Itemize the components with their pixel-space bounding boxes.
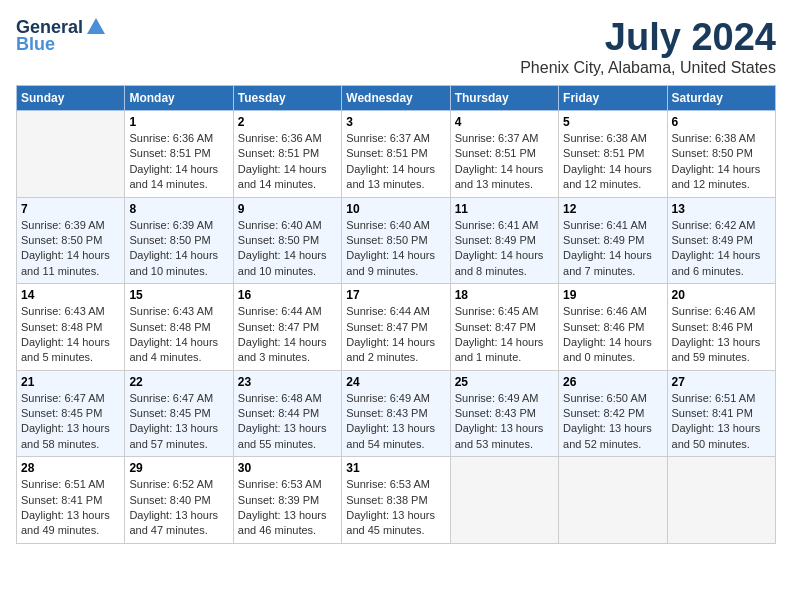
day-number: 8 (129, 202, 228, 216)
day-info: Sunrise: 6:51 AMSunset: 8:41 PMDaylight:… (672, 392, 761, 450)
calendar-cell: 12 Sunrise: 6:41 AMSunset: 8:49 PMDaylig… (559, 197, 667, 284)
svg-marker-0 (87, 18, 105, 34)
day-info: Sunrise: 6:49 AMSunset: 8:43 PMDaylight:… (346, 392, 435, 450)
day-info: Sunrise: 6:53 AMSunset: 8:39 PMDaylight:… (238, 478, 327, 536)
calendar-cell (559, 457, 667, 544)
calendar-cell: 20 Sunrise: 6:46 AMSunset: 8:46 PMDaylig… (667, 284, 775, 371)
day-info: Sunrise: 6:40 AMSunset: 8:50 PMDaylight:… (346, 219, 435, 277)
day-number: 27 (672, 375, 771, 389)
calendar-cell: 2 Sunrise: 6:36 AMSunset: 8:51 PMDayligh… (233, 111, 341, 198)
day-number: 15 (129, 288, 228, 302)
title-block: July 2024 Phenix City, Alabama, United S… (520, 16, 776, 77)
day-info: Sunrise: 6:37 AMSunset: 8:51 PMDaylight:… (455, 132, 544, 190)
calendar-week-row: 1 Sunrise: 6:36 AMSunset: 8:51 PMDayligh… (17, 111, 776, 198)
logo: General Blue (16, 16, 107, 55)
day-number: 4 (455, 115, 554, 129)
calendar-table: SundayMondayTuesdayWednesdayThursdayFrid… (16, 85, 776, 544)
day-info: Sunrise: 6:39 AMSunset: 8:50 PMDaylight:… (21, 219, 110, 277)
calendar-cell: 7 Sunrise: 6:39 AMSunset: 8:50 PMDayligh… (17, 197, 125, 284)
calendar-cell (667, 457, 775, 544)
day-number: 16 (238, 288, 337, 302)
day-number: 21 (21, 375, 120, 389)
calendar-week-row: 21 Sunrise: 6:47 AMSunset: 8:45 PMDaylig… (17, 370, 776, 457)
calendar-cell: 4 Sunrise: 6:37 AMSunset: 8:51 PMDayligh… (450, 111, 558, 198)
day-info: Sunrise: 6:36 AMSunset: 8:51 PMDaylight:… (129, 132, 218, 190)
day-info: Sunrise: 6:52 AMSunset: 8:40 PMDaylight:… (129, 478, 218, 536)
day-info: Sunrise: 6:36 AMSunset: 8:51 PMDaylight:… (238, 132, 327, 190)
day-info: Sunrise: 6:37 AMSunset: 8:51 PMDaylight:… (346, 132, 435, 190)
day-number: 1 (129, 115, 228, 129)
day-info: Sunrise: 6:44 AMSunset: 8:47 PMDaylight:… (238, 305, 327, 363)
calendar-cell: 26 Sunrise: 6:50 AMSunset: 8:42 PMDaylig… (559, 370, 667, 457)
logo-icon (85, 16, 107, 38)
calendar-cell: 19 Sunrise: 6:46 AMSunset: 8:46 PMDaylig… (559, 284, 667, 371)
day-number: 26 (563, 375, 662, 389)
month-title: July 2024 (520, 16, 776, 59)
calendar-cell: 9 Sunrise: 6:40 AMSunset: 8:50 PMDayligh… (233, 197, 341, 284)
day-number: 30 (238, 461, 337, 475)
calendar-cell: 22 Sunrise: 6:47 AMSunset: 8:45 PMDaylig… (125, 370, 233, 457)
day-number: 2 (238, 115, 337, 129)
day-number: 10 (346, 202, 445, 216)
location-title: Phenix City, Alabama, United States (520, 59, 776, 77)
day-number: 25 (455, 375, 554, 389)
day-info: Sunrise: 6:44 AMSunset: 8:47 PMDaylight:… (346, 305, 435, 363)
day-number: 28 (21, 461, 120, 475)
day-number: 19 (563, 288, 662, 302)
calendar-week-row: 28 Sunrise: 6:51 AMSunset: 8:41 PMDaylig… (17, 457, 776, 544)
calendar-cell: 24 Sunrise: 6:49 AMSunset: 8:43 PMDaylig… (342, 370, 450, 457)
weekday-header: Friday (559, 86, 667, 111)
day-number: 6 (672, 115, 771, 129)
day-info: Sunrise: 6:41 AMSunset: 8:49 PMDaylight:… (455, 219, 544, 277)
calendar-cell: 8 Sunrise: 6:39 AMSunset: 8:50 PMDayligh… (125, 197, 233, 284)
calendar-cell (17, 111, 125, 198)
day-info: Sunrise: 6:47 AMSunset: 8:45 PMDaylight:… (129, 392, 218, 450)
day-number: 12 (563, 202, 662, 216)
day-number: 11 (455, 202, 554, 216)
day-number: 13 (672, 202, 771, 216)
calendar-cell: 16 Sunrise: 6:44 AMSunset: 8:47 PMDaylig… (233, 284, 341, 371)
calendar-cell: 15 Sunrise: 6:43 AMSunset: 8:48 PMDaylig… (125, 284, 233, 371)
day-info: Sunrise: 6:53 AMSunset: 8:38 PMDaylight:… (346, 478, 435, 536)
day-info: Sunrise: 6:38 AMSunset: 8:50 PMDaylight:… (672, 132, 761, 190)
weekday-header: Tuesday (233, 86, 341, 111)
day-number: 9 (238, 202, 337, 216)
day-info: Sunrise: 6:45 AMSunset: 8:47 PMDaylight:… (455, 305, 544, 363)
day-number: 17 (346, 288, 445, 302)
day-info: Sunrise: 6:48 AMSunset: 8:44 PMDaylight:… (238, 392, 327, 450)
day-info: Sunrise: 6:40 AMSunset: 8:50 PMDaylight:… (238, 219, 327, 277)
calendar-cell: 30 Sunrise: 6:53 AMSunset: 8:39 PMDaylig… (233, 457, 341, 544)
calendar-cell (450, 457, 558, 544)
day-number: 23 (238, 375, 337, 389)
calendar-cell: 25 Sunrise: 6:49 AMSunset: 8:43 PMDaylig… (450, 370, 558, 457)
calendar-cell: 11 Sunrise: 6:41 AMSunset: 8:49 PMDaylig… (450, 197, 558, 284)
calendar-cell: 6 Sunrise: 6:38 AMSunset: 8:50 PMDayligh… (667, 111, 775, 198)
day-number: 5 (563, 115, 662, 129)
day-info: Sunrise: 6:43 AMSunset: 8:48 PMDaylight:… (129, 305, 218, 363)
calendar-cell: 1 Sunrise: 6:36 AMSunset: 8:51 PMDayligh… (125, 111, 233, 198)
day-number: 18 (455, 288, 554, 302)
calendar-cell: 28 Sunrise: 6:51 AMSunset: 8:41 PMDaylig… (17, 457, 125, 544)
weekday-header: Monday (125, 86, 233, 111)
day-info: Sunrise: 6:38 AMSunset: 8:51 PMDaylight:… (563, 132, 652, 190)
day-number: 7 (21, 202, 120, 216)
day-number: 14 (21, 288, 120, 302)
calendar-cell: 10 Sunrise: 6:40 AMSunset: 8:50 PMDaylig… (342, 197, 450, 284)
day-info: Sunrise: 6:39 AMSunset: 8:50 PMDaylight:… (129, 219, 218, 277)
calendar-cell: 18 Sunrise: 6:45 AMSunset: 8:47 PMDaylig… (450, 284, 558, 371)
calendar-cell: 3 Sunrise: 6:37 AMSunset: 8:51 PMDayligh… (342, 111, 450, 198)
day-info: Sunrise: 6:46 AMSunset: 8:46 PMDaylight:… (672, 305, 761, 363)
day-number: 3 (346, 115, 445, 129)
calendar-cell: 23 Sunrise: 6:48 AMSunset: 8:44 PMDaylig… (233, 370, 341, 457)
calendar-cell: 14 Sunrise: 6:43 AMSunset: 8:48 PMDaylig… (17, 284, 125, 371)
weekday-header: Sunday (17, 86, 125, 111)
day-info: Sunrise: 6:43 AMSunset: 8:48 PMDaylight:… (21, 305, 110, 363)
day-number: 31 (346, 461, 445, 475)
day-info: Sunrise: 6:41 AMSunset: 8:49 PMDaylight:… (563, 219, 652, 277)
day-info: Sunrise: 6:50 AMSunset: 8:42 PMDaylight:… (563, 392, 652, 450)
day-info: Sunrise: 6:47 AMSunset: 8:45 PMDaylight:… (21, 392, 110, 450)
day-info: Sunrise: 6:46 AMSunset: 8:46 PMDaylight:… (563, 305, 652, 363)
calendar-cell: 17 Sunrise: 6:44 AMSunset: 8:47 PMDaylig… (342, 284, 450, 371)
calendar-cell: 13 Sunrise: 6:42 AMSunset: 8:49 PMDaylig… (667, 197, 775, 284)
calendar-cell: 5 Sunrise: 6:38 AMSunset: 8:51 PMDayligh… (559, 111, 667, 198)
